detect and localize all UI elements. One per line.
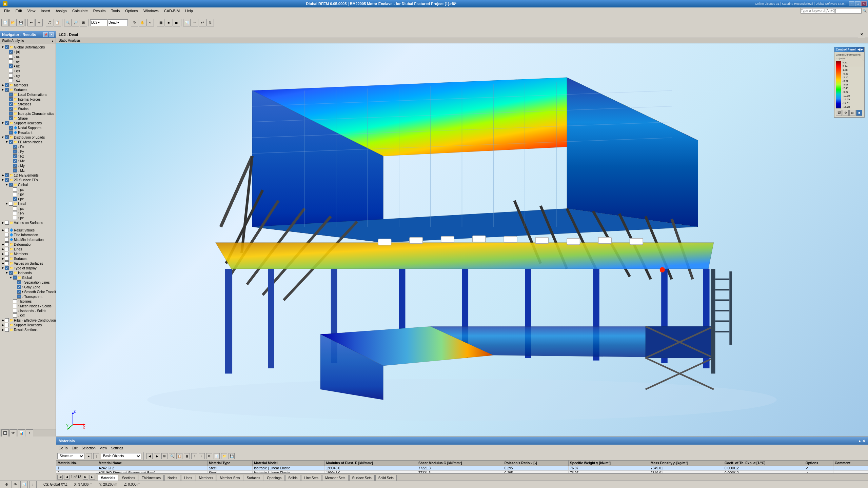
tree-values-surfaces[interactable]: ▶ 📁 Values on Surfaces	[0, 220, 56, 225]
new-btn[interactable]: 📄	[1, 19, 9, 26]
cp-active-btn[interactable]: ■	[856, 110, 862, 116]
basic-objects-dropdown[interactable]: Basic Objects	[101, 453, 141, 459]
tree-fy[interactable]: ✓ ○ Fy	[8, 149, 56, 154]
mat-tb-icon6[interactable]: 🗑	[184, 453, 190, 459]
close-button[interactable]: ✕	[861, 1, 867, 6]
mat-selection-btn[interactable]: Selection	[80, 446, 97, 450]
mat-close-btn[interactable]: ✕	[862, 439, 865, 443]
checkbox[interactable]	[13, 299, 17, 303]
tree-uy[interactable]: ○ uy	[4, 59, 56, 64]
checkbox[interactable]	[5, 257, 9, 261]
tree-mz[interactable]: ✓ ○ Mz	[8, 168, 56, 173]
tree-off[interactable]: ○ Off	[8, 313, 56, 318]
checkbox[interactable]: ✓	[9, 97, 13, 101]
checkbox[interactable]	[5, 233, 9, 237]
table-row[interactable]: 2A36 (HR Structural Shapes and Bars)Stee…	[56, 471, 868, 473]
mat-tb-icon5[interactable]: 📋	[176, 453, 182, 459]
mat-tb-icon7[interactable]: ↑	[191, 453, 197, 459]
tree-local-deformations[interactable]: ✓ 📁 Local Deformations	[4, 92, 56, 97]
tree-mx[interactable]: ✓ ○ Mx	[8, 159, 56, 163]
checkbox[interactable]: ✓	[9, 50, 13, 54]
nav-bottom-icon4[interactable]: ↕	[26, 429, 33, 437]
menu-insert[interactable]: Insert	[38, 8, 53, 14]
checkbox[interactable]	[13, 206, 17, 210]
tree-global2[interactable]: ▼ ✓ 📁 Global	[8, 275, 56, 280]
checkbox[interactable]: ✓	[17, 294, 21, 299]
tree-uz[interactable]: ✓ ● uz	[4, 64, 56, 68]
checkbox[interactable]	[5, 261, 9, 265]
page-next[interactable]: ▶	[83, 475, 88, 480]
lc-dropdown[interactable]: LC2 ▾	[90, 19, 107, 26]
status-btn1[interactable]: ⚙	[3, 481, 10, 488]
tree-local[interactable]: ▼ 📁 Local	[4, 201, 56, 206]
checkbox[interactable]: ✓	[5, 88, 9, 92]
zoom-in-btn[interactable]: 🔍	[64, 19, 72, 26]
zoom-out-btn[interactable]: 🔎	[72, 19, 79, 26]
page-last[interactable]: ▶|	[90, 475, 95, 480]
menu-calculate[interactable]: Calculate	[70, 8, 91, 14]
checkbox[interactable]: ✓	[5, 135, 9, 139]
expand-icon[interactable]: ▼	[1, 45, 5, 49]
search-input[interactable]	[801, 8, 862, 14]
mat-goto-btn[interactable]: Go To	[57, 446, 69, 450]
checkbox[interactable]: ✓	[13, 154, 17, 158]
tab-materials[interactable]: Materials	[98, 475, 118, 481]
tree-fx[interactable]: ✓ ○ Fx	[8, 144, 56, 149]
tree-phiz[interactable]: ○ φz	[4, 78, 56, 83]
tab-nodes[interactable]: Nodes	[164, 475, 180, 481]
tree-local-px[interactable]: ○ px	[8, 206, 56, 211]
tree-values-surfaces2[interactable]: ▶ 📁 Values on Surfaces	[0, 261, 56, 266]
status-btn4[interactable]: ↕	[29, 481, 37, 488]
checkbox[interactable]	[5, 238, 9, 242]
tree-members[interactable]: ▶ ✓ 📁 Members	[0, 83, 56, 87]
checkbox[interactable]: ✓	[9, 107, 13, 111]
tree-shape[interactable]: ✓ 📁 Shape	[4, 116, 56, 121]
mat-tb-icon4[interactable]: 🔍	[169, 453, 175, 459]
checkbox[interactable]: ✓	[13, 159, 17, 163]
checkbox[interactable]: ✓	[13, 145, 17, 149]
page-prev[interactable]: ◀	[64, 475, 70, 480]
checkbox[interactable]	[5, 328, 9, 332]
select-btn[interactable]: ↖	[146, 19, 154, 26]
menu-view[interactable]: View	[25, 8, 38, 14]
checkbox[interactable]	[13, 187, 17, 191]
checkbox[interactable]: ✓	[9, 271, 13, 275]
tree-local-py[interactable]: ○ Py	[8, 211, 56, 216]
mat-tb-icon3[interactable]: ⊞	[161, 453, 167, 459]
tree-fe-mesh-nodes[interactable]: ▼ ✓ 📁 FE Mesh Nodes	[4, 140, 56, 144]
tree-deformation[interactable]: ▶ 📁 Deformation	[0, 242, 56, 247]
tree-2d-surface-fe[interactable]: ▼ ✓ 📁 2D Surface FEs	[0, 178, 56, 182]
menu-results[interactable]: Results	[91, 8, 108, 14]
menu-cad-bim[interactable]: CAD-BIM	[161, 8, 182, 14]
checkbox[interactable]: ✓	[5, 121, 9, 125]
tree-lines[interactable]: ▶ 📁 Lines	[0, 247, 56, 251]
tab-lines[interactable]: Lines	[181, 475, 195, 481]
tree-pz[interactable]: ✓ ● pz	[8, 197, 56, 201]
cp-settings-btn[interactable]: ⚙	[843, 110, 849, 116]
cp-btn2[interactable]: ▶	[861, 48, 863, 51]
print-btn[interactable]: 🖨	[46, 19, 53, 26]
nav-pin-btn[interactable]: 📌	[43, 32, 48, 37]
checkbox[interactable]: ✓	[9, 102, 13, 106]
tree-distribution-loads[interactable]: ▼ ✓ 📁 Distribution of Loads	[0, 135, 56, 140]
open-btn[interactable]: 📂	[9, 19, 17, 26]
tree-phiy[interactable]: ○ φy	[4, 73, 56, 78]
checkbox[interactable]	[5, 221, 9, 225]
checkbox[interactable]: ✓	[9, 93, 13, 97]
checkbox[interactable]	[5, 318, 9, 322]
results-btn[interactable]: 📊	[183, 19, 191, 26]
structure-dropdown[interactable]: Structure	[57, 453, 84, 459]
menu-options[interactable]: Options	[122, 8, 141, 14]
tree-smooth-color[interactable]: ✓ ● Smooth Color Transition	[12, 289, 56, 294]
checkbox[interactable]: ✓	[9, 183, 13, 187]
checkbox[interactable]	[5, 323, 9, 327]
checkbox[interactable]: ✓	[9, 126, 13, 130]
viewport[interactable]: LC2 - Dead ✕ Static Analysis	[56, 31, 868, 436]
tree-surfaces2[interactable]: ▶ 📁 Surfaces	[0, 256, 56, 261]
checkbox[interactable]	[9, 202, 13, 206]
tree-nodal-supports[interactable]: ✓ 🔷 Nodal Supports	[4, 125, 56, 130]
tab-openings[interactable]: Openings	[264, 475, 284, 481]
viewport-close[interactable]: ✕	[858, 31, 865, 38]
checkbox[interactable]	[13, 304, 17, 308]
dead-dropdown[interactable]: Dead ▾	[107, 19, 128, 26]
